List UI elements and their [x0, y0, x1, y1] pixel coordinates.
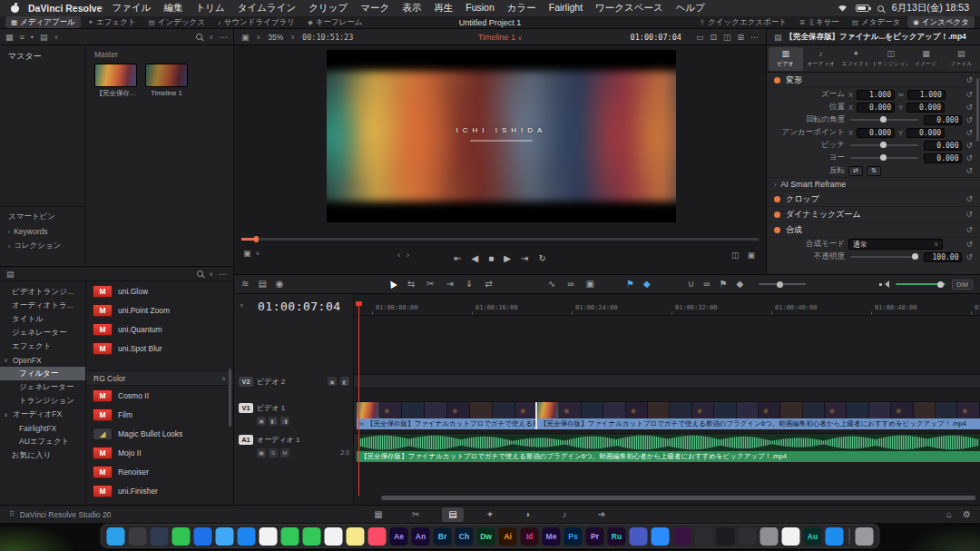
dock-terminal-icon[interactable]: [739, 527, 757, 546]
track-lane-v1[interactable]: ∞ 【完全保存版】ファイナルカットプロでガチで使える最強のプ... 【完全保存版…: [354, 401, 980, 428]
ai-smart-reframe-row[interactable]: › AI Smart Reframe: [767, 177, 980, 192]
trim-edit-tool[interactable]: ⇆: [407, 280, 415, 289]
transform-enable-toggle[interactable]: [774, 77, 780, 84]
menubar-item[interactable]: ファイル: [106, 2, 158, 15]
flag-button[interactable]: ⚑: [626, 280, 634, 289]
effects-nav-openfx[interactable]: ∨OpenFX: [0, 353, 85, 367]
yaw-slider[interactable]: [850, 157, 918, 159]
grid-menu-icon[interactable]: ⠿: [9, 510, 15, 518]
step-back-button[interactable]: ◀: [472, 253, 479, 263]
dock-obs-icon[interactable]: [717, 527, 735, 546]
spotlight-icon[interactable]: [877, 5, 884, 12]
voiceover-icon[interactable]: ◉: [276, 280, 284, 289]
dock-music-icon[interactable]: [368, 527, 387, 546]
effect-item[interactable]: MRenoiser: [86, 462, 233, 481]
inspector-tab-image[interactable]: ▦イメージ: [909, 47, 944, 71]
effect-item[interactable]: MMojo II: [86, 443, 233, 462]
razor-tool[interactable]: ✂: [426, 280, 434, 289]
dock-mail-icon[interactable]: [238, 527, 256, 546]
dock-finder-icon[interactable]: [107, 527, 125, 546]
gang-viewers-icon[interactable]: ▭: [696, 33, 704, 42]
go-to-start-button[interactable]: ⇤: [454, 253, 461, 263]
pitch-slider[interactable]: [850, 144, 918, 146]
replace-clip-icon[interactable]: ⇄: [485, 280, 492, 289]
sound-library-button[interactable]: ♪サウンドライブラリ: [212, 16, 300, 28]
effect-item[interactable]: Muni.Finisher: [86, 481, 233, 500]
stop-button[interactable]: ■: [488, 253, 494, 263]
effects-nav-audio-transitions[interactable]: オーディオトラ...: [0, 299, 85, 312]
fairlight-page-button[interactable]: ♪: [554, 507, 575, 522]
zoom-y-input[interactable]: 1.000: [907, 90, 946, 100]
dynamic-zoom-enable-toggle[interactable]: [774, 212, 780, 218]
video-clip[interactable]: ∞ 【完全保存版】ファイナルカットプロでガチで使える最強のプ...: [357, 402, 535, 429]
volume-slider[interactable]: [896, 283, 946, 285]
battery-icon[interactable]: [856, 5, 869, 12]
effects-search-caret-icon[interactable]: ∨: [209, 271, 213, 278]
composite-section-header[interactable]: 合成 ↺: [767, 222, 980, 238]
effect-item[interactable]: ◢Magic Bullet Looks: [86, 424, 233, 443]
retime-curve-icon[interactable]: ∿: [548, 280, 555, 289]
view-caret-icon[interactable]: ∨: [54, 34, 58, 41]
selection-tool[interactable]: ▶: [388, 280, 396, 289]
reset-icon[interactable]: ↺: [965, 225, 973, 234]
menubar-item[interactable]: タイムライン: [231, 2, 302, 15]
reset-icon[interactable]: ↺: [965, 252, 973, 261]
effects-nav-effects[interactable]: エフェクト: [0, 339, 85, 353]
list-view-icon[interactable]: ≡: [20, 33, 24, 42]
dock-photos-icon[interactable]: [260, 527, 278, 546]
keyframes-button[interactable]: ◆キーフレーム: [302, 16, 368, 28]
scrub-playhead[interactable]: [254, 236, 259, 242]
stacked-timeline-icon[interactable]: ▤: [258, 280, 266, 289]
menubar-item[interactable]: クリップ: [302, 2, 354, 15]
timeline-scrollbar[interactable]: [381, 496, 975, 500]
position-x-input[interactable]: 0.000: [857, 103, 895, 113]
wipe-icon[interactable]: ◫: [723, 33, 731, 42]
edit-page-button[interactable]: ▤: [442, 507, 464, 522]
fusion-page-button[interactable]: ✦: [479, 507, 501, 522]
reset-icon[interactable]: ↺: [965, 240, 973, 249]
viewer-mode-icon[interactable]: ▣: [241, 33, 250, 42]
reset-icon[interactable]: ↺: [965, 166, 973, 175]
inspector-tab-transition[interactable]: ◫トランジション: [874, 47, 908, 71]
dock-media-encoder-icon[interactable]: Me: [543, 527, 561, 546]
rotation-slider[interactable]: [850, 119, 918, 121]
project-manager-icon[interactable]: ⌂: [946, 509, 952, 519]
collections-group[interactable]: ›コレクション: [0, 239, 85, 253]
dock-messages-icon[interactable]: [281, 527, 299, 546]
crop-section-header[interactable]: クロップ ↺: [767, 192, 980, 207]
dock-xcode-icon[interactable]: [172, 527, 191, 546]
dock-chrome-icon[interactable]: [782, 527, 800, 546]
menubar-item[interactable]: マーク: [354, 2, 396, 15]
effects-nav-titles[interactable]: タイトル: [0, 312, 85, 326]
reset-icon[interactable]: ↺: [965, 90, 973, 99]
position-lock-icon[interactable]: ▣: [586, 280, 594, 289]
mute-button[interactable]: M: [280, 448, 289, 458]
inspector-tab-audio[interactable]: ♪オーディオ: [804, 47, 838, 71]
timeline-ruler[interactable]: 01:00:08:0001:00:16:0001:00:24:0001:00:3…: [354, 301, 980, 316]
menubar-clock[interactable]: 6月13日(金) 18:53: [892, 2, 969, 15]
effect-item[interactable]: Muni.Spot Blur: [86, 339, 233, 358]
dock-illustrator-icon[interactable]: Ai: [499, 527, 517, 546]
viewer-mode-caret-icon[interactable]: ∨: [257, 34, 261, 41]
project-settings-icon[interactable]: ⚙: [963, 509, 971, 519]
inspector-tab-file[interactable]: ▤ファイル: [944, 47, 978, 71]
dock-bridge-icon[interactable]: Br: [434, 527, 452, 546]
menubar-item[interactable]: ヘルプ: [670, 2, 711, 15]
media-page-button[interactable]: ▦: [368, 507, 389, 522]
zoom-caret-icon[interactable]: ∨: [290, 34, 295, 41]
effects-nav-openfx-generators[interactable]: ジェネレーター: [0, 380, 85, 394]
deliver-page-button[interactable]: ➔: [591, 507, 612, 522]
media-clip-tile[interactable]: Timeline 1: [145, 64, 188, 98]
link-clips-icon[interactable]: ∞: [703, 280, 710, 289]
anchor-y-input[interactable]: 0.000: [906, 128, 945, 138]
dock-after-effects-icon[interactable]: Ae: [390, 527, 408, 546]
dock-safari-icon[interactable]: [216, 527, 234, 546]
dim-button[interactable]: DIM: [952, 280, 973, 290]
linked-selection-icon[interactable]: ∞: [567, 280, 573, 289]
track-header-v1[interactable]: V1 ビデオ 1: [234, 401, 354, 415]
track-lane-v2[interactable]: [354, 374, 980, 389]
match-frame-icon[interactable]: ◫: [731, 251, 740, 260]
timeline-zoom-slider[interactable]: [759, 275, 806, 293]
reset-icon[interactable]: ↺: [965, 153, 973, 162]
flag-menu-icon[interactable]: ⚑: [719, 280, 727, 289]
